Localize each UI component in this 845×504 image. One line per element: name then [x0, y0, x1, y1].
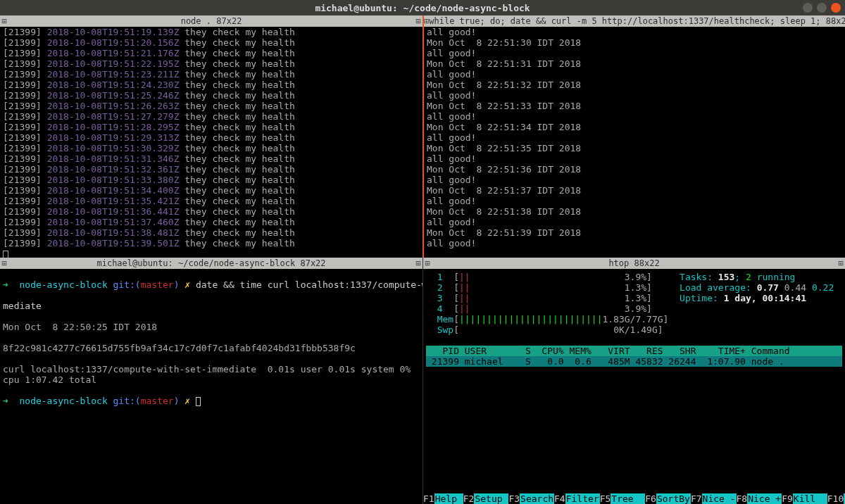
- log-line: [21399] 2018-10-08T19:51:36.441Z they ch…: [3, 206, 420, 217]
- log-line: Mon Oct 8 22:51:33 IDT 2018: [427, 101, 842, 111]
- log-line: Mon Oct 8 22:51:34 IDT 2018: [427, 122, 842, 132]
- log-line: Mon Oct 8 22:51:38 IDT 2018: [427, 206, 842, 217]
- minimize-icon[interactable]: [803, 3, 813, 13]
- log-line: [21399] 2018-10-08T19:51:37.460Z they ch…: [3, 217, 420, 227]
- htop-cpu-row: 4 [|| 3.9%]: [426, 303, 842, 314]
- htop-cpu-row: 1 [|| 3.9%] Tasks: 153; 2 running: [426, 272, 842, 282]
- pane-node-log[interactable]: ⊞ node . 87x22 ⊞ [21399] 2018-10-08T19:5…: [0, 15, 423, 258]
- htop-fkey[interactable]: F8: [737, 493, 748, 504]
- pane-title-text: node . 87x22: [181, 15, 242, 27]
- htop-output: 1 [|| 3.9%] Tasks: 153; 2 running 2 [|| …: [423, 269, 845, 367]
- terminal-output: all good!Mon Oct 8 22:51:30 IDT 2018all …: [424, 27, 845, 248]
- htop-fkey[interactable]: F3: [508, 493, 520, 504]
- htop-process-row[interactable]: 21399 michael S 0.0 0.6 485M 45832 26244…: [426, 356, 842, 367]
- htop-fkey[interactable]: F5: [600, 493, 611, 504]
- pane-title: ⊞ michael@ubuntu: ~/code/node-async-bloc…: [0, 258, 423, 269]
- pane-title: ⊞ htop 88x22 ⊞: [423, 258, 845, 269]
- log-line: all good!: [427, 27, 842, 37]
- terminal-output: [21399] 2018-10-08T19:51:19.139Z they ch…: [0, 27, 423, 258]
- log-line: [21399] 2018-10-08T19:51:22.195Z they ch…: [3, 58, 420, 69]
- htop-fkey[interactable]: F2: [463, 493, 475, 504]
- log-line: all good!: [427, 69, 842, 80]
- window-buttons: [803, 3, 841, 13]
- log-line: [21399] 2018-10-08T19:51:24.230Z they ch…: [3, 80, 420, 90]
- log-line: [21399] 2018-10-08T19:51:29.313Z they ch…: [3, 132, 420, 143]
- window-title: michael@ubuntu: ~/code/node-async-block: [315, 3, 530, 13]
- log-line: [21399] 2018-10-08T19:51:25.246Z they ch…: [3, 90, 420, 101]
- cursor-icon: [196, 397, 201, 406]
- window-titlebar: michael@ubuntu: ~/code/node-async-block: [0, 0, 845, 15]
- htop-fkey[interactable]: F9: [782, 493, 793, 504]
- htop-fkey[interactable]: F4: [554, 493, 565, 504]
- pane-grip-icon: ⊞: [424, 15, 429, 27]
- pane-shell[interactable]: ⊞ michael@ubuntu: ~/code/node-async-bloc…: [0, 258, 423, 504]
- log-line: [21399] 2018-10-08T19:51:32.361Z they ch…: [3, 164, 420, 175]
- pane-grip-icon: ⊞: [414, 15, 423, 27]
- cursor-icon: [3, 251, 8, 258]
- log-line: Mon Oct 8 22:51:37 IDT 2018: [427, 185, 842, 196]
- log-line: Mon Oct 8 22:51:35 IDT 2018: [427, 143, 842, 153]
- log-line: [21399] 2018-10-08T19:51:39.501Z they ch…: [3, 238, 420, 248]
- log-line: [21399] 2018-10-08T19:51:31.346Z they ch…: [3, 153, 420, 164]
- log-line: [21399] 2018-10-08T19:51:20.156Z they ch…: [3, 37, 420, 48]
- log-line: all good!: [427, 196, 842, 206]
- pane-title-text: michael@ubuntu: ~/code/node-async-block …: [96, 258, 325, 269]
- log-line: all good!: [427, 111, 842, 122]
- terminal-output: ➜ node-async-block git:(master) ✗ date &…: [0, 269, 423, 427]
- htop-swp-row: Swp[ 0K/1.49G]: [426, 325, 842, 335]
- log-line: Mon Oct 8 22:51:30 IDT 2018: [427, 37, 842, 48]
- maximize-icon[interactable]: [817, 3, 827, 13]
- pane-grip-icon: ⊞: [414, 258, 423, 269]
- htop-fkey[interactable]: F6: [645, 493, 656, 504]
- pane-curl-loop[interactable]: ⊞ while true; do; date && curl -m 5 http…: [423, 15, 845, 258]
- log-line: [21399] 2018-10-08T19:51:33.380Z they ch…: [3, 175, 420, 185]
- log-line: all good!: [427, 153, 842, 164]
- log-line: [21399] 2018-10-08T19:51:38.481Z they ch…: [3, 227, 420, 238]
- htop-footer[interactable]: F1Help F2Setup F3SearchF4FilterF5Tree F6…: [423, 493, 845, 504]
- log-line: [21399] 2018-10-08T19:51:28.295Z they ch…: [3, 122, 420, 132]
- log-line: all good!: [427, 132, 842, 143]
- pane-grip-icon: ⊞: [837, 258, 845, 269]
- log-line: all good!: [427, 48, 842, 58]
- pane-grip-icon: ⊞: [0, 15, 8, 27]
- log-line: [21399] 2018-10-08T19:51:35.421Z they ch…: [3, 196, 420, 206]
- htop-fkey[interactable]: F10: [827, 493, 844, 504]
- log-line: Mon Oct 8 22:51:31 IDT 2018: [427, 58, 842, 69]
- log-line: all good!: [427, 90, 842, 101]
- log-line: Mon Oct 8 22:51:39 IDT 2018: [427, 227, 842, 238]
- log-line: Mon Oct 8 22:51:32 IDT 2018: [427, 80, 842, 90]
- log-line: [21399] 2018-10-08T19:51:30.329Z they ch…: [3, 143, 420, 153]
- log-line: all good!: [427, 217, 842, 227]
- log-line: [21399] 2018-10-08T19:51:34.400Z they ch…: [3, 185, 420, 196]
- pane-title-text: htop 88x22: [608, 258, 659, 269]
- log-line: [21399] 2018-10-08T19:51:26.263Z they ch…: [3, 101, 420, 111]
- pane-grip-icon: ⊞: [423, 258, 432, 269]
- pane-grip-icon: ⊞: [0, 258, 8, 269]
- pane-htop[interactable]: ⊞ htop 88x22 ⊞ 1 [|| 3.9%] Tasks: 153; 2…: [423, 258, 845, 504]
- htop-cpu-row: 2 [|| 1.3%] Load average: 0.77 0.44 0.22: [426, 282, 842, 293]
- log-line: all good!: [427, 238, 842, 248]
- close-icon[interactable]: [831, 3, 841, 13]
- htop-mem-row: Mem[||||||||||||||||||||||||||1.83G/7.77…: [426, 314, 842, 325]
- log-line: [21399] 2018-10-08T19:51:23.211Z they ch…: [3, 69, 420, 80]
- htop-cpu-row: 3 [|| 1.3%] Uptime: 1 day, 00:14:41: [426, 293, 842, 303]
- log-line: all good!: [427, 175, 842, 185]
- log-line: Mon Oct 8 22:51:36 IDT 2018: [427, 164, 842, 175]
- log-line: [21399] 2018-10-08T19:51:27.279Z they ch…: [3, 111, 420, 122]
- log-line: [21399] 2018-10-08T19:51:21.176Z they ch…: [3, 48, 420, 58]
- htop-fkey[interactable]: F1: [423, 493, 434, 504]
- pane-title-text: while true; do; date && curl -m 5 http:/…: [429, 15, 845, 27]
- pane-title: ⊞ node . 87x22 ⊞: [0, 15, 423, 27]
- pane-title: ⊞ while true; do; date && curl -m 5 http…: [424, 15, 845, 27]
- htop-header: PID USER S CPU% MEM% VIRT RES SHR TIME+ …: [426, 346, 842, 356]
- log-line: [21399] 2018-10-08T19:51:19.139Z they ch…: [3, 27, 420, 37]
- htop-fkey[interactable]: F7: [691, 493, 702, 504]
